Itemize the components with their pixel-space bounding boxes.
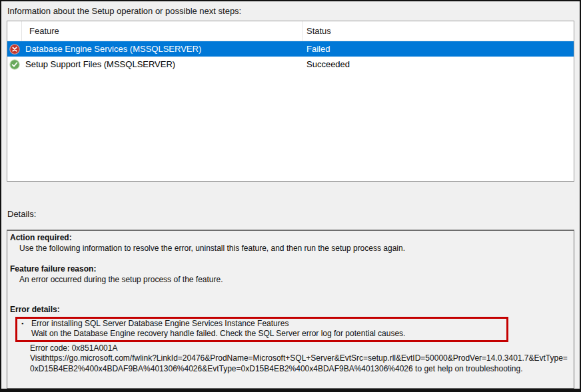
action-required-heading: Action required: (7, 233, 574, 244)
error-code: Error code: 0x851A001A (7, 343, 574, 354)
table-header: Feature Status (7, 21, 574, 41)
feature-name: Database Engine Services (MSSQLSERVER) (22, 44, 302, 54)
details-label: Details: (7, 209, 36, 219)
details-pane[interactable]: Action required: Use the following infor… (7, 230, 574, 389)
troubleshooting-link-text: Visithttps://go.microsoft.com/fwlink?Lin… (7, 353, 574, 374)
table-row-setup-support-files[interactable]: Setup Support Files (MSSQLSERVER) Succee… (7, 57, 574, 72)
feature-status-table[interactable]: Feature Status Database Engine Services … (7, 21, 574, 182)
feature-status: Failed (302, 44, 574, 54)
error-icon (7, 44, 22, 55)
column-header-icon[interactable] (7, 21, 22, 41)
info-label: Information about the Setup operation or… (7, 6, 241, 16)
success-icon (7, 59, 22, 70)
feature-name: Setup Support Files (MSSQLSERVER) (22, 59, 302, 69)
error-item-line2: Wait on the Database Engine recovery han… (17, 329, 506, 339)
error-item-line1: ▪Error installing SQL Server Database En… (17, 319, 506, 329)
feature-status: Succeeded (302, 59, 574, 69)
column-header-status[interactable]: Status (302, 21, 574, 41)
feature-failure-reason-heading: Feature failure reason: (7, 264, 574, 275)
feature-failure-reason-body: An error occurred during the setup proce… (7, 275, 574, 286)
column-header-feature[interactable]: Feature (22, 21, 302, 41)
setup-results-dialog: { "window": { "info_label": "Information… (0, 0, 581, 392)
error-highlight-annotation: ▪Error installing SQL Server Database En… (15, 317, 508, 342)
table-row-database-engine-services[interactable]: Database Engine Services (MSSQLSERVER) F… (7, 41, 574, 57)
bullet-square-icon: ▪ (21, 319, 23, 329)
action-required-body: Use the following information to resolve… (7, 244, 574, 254)
error-details-heading: Error details: (7, 305, 574, 315)
